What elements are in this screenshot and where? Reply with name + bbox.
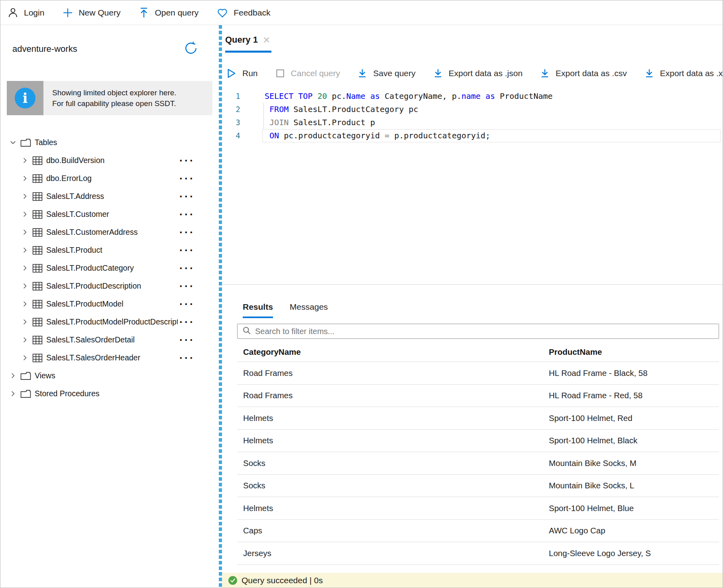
cell-categoryname: Jerseys — [237, 549, 543, 558]
chevron-right-icon[interactable] — [21, 282, 29, 290]
tree-item-table[interactable]: SalesLT.ProductCategory··· — [0, 259, 219, 277]
tree-item-table[interactable]: SalesLT.Address··· — [0, 187, 219, 205]
open-query-button[interactable]: Open query — [139, 7, 198, 18]
refresh-icon[interactable] — [184, 41, 198, 57]
tree-item-table[interactable]: SalesLT.ProductModel··· — [0, 295, 219, 313]
query-toolbar: Run Cancel query Save query Export data … — [222, 60, 723, 87]
code-line-4[interactable]: 4 ON pc.productcategoryid = p.productcat… — [222, 129, 723, 142]
chevron-right-icon[interactable] — [21, 157, 29, 164]
download-icon — [433, 69, 443, 79]
code-text: FROM SalesLT.ProductCategory pc — [265, 103, 418, 116]
tree-item-table[interactable]: dbo.ErrorLog··· — [0, 169, 219, 187]
cell-productname: Long-Sleeve Logo Jersey, S — [543, 549, 719, 558]
more-options-button[interactable]: ··· — [179, 356, 195, 360]
close-icon[interactable]: × — [263, 36, 270, 44]
filter-search-box — [237, 324, 719, 339]
chevron-down-icon[interactable] — [9, 139, 17, 146]
table-row[interactable]: HelmetsSport-100 Helmet, Blue — [237, 497, 719, 520]
open-query-label: Open query — [155, 8, 198, 18]
table-icon — [32, 299, 43, 309]
chevron-right-icon[interactable] — [9, 372, 17, 380]
code-line-1[interactable]: 1SELECT TOP 20 pc.Name as CategoryName, … — [222, 90, 723, 103]
chevron-right-icon[interactable] — [21, 264, 29, 272]
cancel-query-button[interactable]: Cancel query — [275, 69, 340, 78]
line-number: 2 — [222, 103, 254, 116]
export-csv-button[interactable]: Export data as .csv — [540, 69, 627, 79]
code-text: SELECT TOP 20 pc.Name as CategoryName, p… — [265, 90, 553, 103]
table-row[interactable]: CapsAWC Logo Cap — [237, 520, 719, 543]
tree-section-views[interactable]: Views — [0, 367, 219, 385]
chevron-right-icon[interactable] — [9, 390, 17, 397]
more-options-button[interactable]: ··· — [179, 195, 195, 199]
chevron-right-icon[interactable] — [21, 318, 29, 326]
tree-item-table[interactable]: dbo.BuildVersion··· — [0, 151, 219, 169]
table-icon — [32, 210, 43, 219]
more-options-button[interactable]: ··· — [179, 212, 195, 216]
more-options-button[interactable]: ··· — [179, 248, 195, 252]
tree-item-table[interactable]: SalesLT.ProductModelProductDescript··· — [0, 313, 219, 331]
results-panel: Results Messages CategoryName ProductNam… — [222, 285, 723, 588]
code-line-2[interactable]: 2 FROM SalesLT.ProductCategory pc — [222, 103, 723, 116]
tree-item-table[interactable]: SalesLT.SalesOrderHeader··· — [0, 349, 219, 367]
more-options-button[interactable]: ··· — [179, 284, 195, 288]
table-row[interactable]: HelmetsSport-100 Helmet, Red — [237, 407, 719, 430]
feedback-label: Feedback — [234, 8, 270, 18]
tab-results[interactable]: Results — [243, 302, 273, 318]
info-banner-line1: Showing limited object explorer here. — [52, 87, 212, 98]
new-query-button[interactable]: New Query — [63, 8, 120, 18]
cell-productname: HL Road Frame - Red, 58 — [543, 391, 719, 400]
tree-section-tables[interactable]: Tables — [0, 134, 219, 151]
table-row[interactable]: HelmetsSport-100 Helmet, Black — [237, 430, 719, 452]
more-options-button[interactable]: ··· — [179, 159, 195, 163]
panel-divider[interactable] — [219, 25, 222, 588]
search-input[interactable] — [255, 327, 719, 336]
cell-categoryname: Socks — [237, 458, 543, 468]
more-options-button[interactable]: ··· — [179, 230, 195, 234]
chevron-right-icon[interactable] — [21, 336, 29, 344]
more-options-button[interactable]: ··· — [179, 266, 195, 270]
more-options-button[interactable]: ··· — [179, 338, 195, 342]
chevron-right-icon[interactable] — [21, 354, 29, 362]
table-row[interactable]: Road FramesHL Road Frame - Red, 58 — [237, 385, 719, 407]
export-xml-button[interactable]: Export data as .xml — [644, 69, 723, 79]
top-toolbar: Login New Query Open query Feedback — [0, 0, 723, 25]
more-options-button[interactable]: ··· — [179, 177, 195, 181]
more-options-button[interactable]: ··· — [179, 320, 195, 324]
tab-messages[interactable]: Messages — [290, 302, 328, 318]
login-button[interactable]: Login — [8, 7, 44, 18]
run-button[interactable]: Run — [227, 68, 258, 79]
chevron-right-icon[interactable] — [21, 246, 29, 254]
tree-item-label: SalesLT.ProductDescription — [46, 281, 178, 291]
more-options-button[interactable]: ··· — [179, 302, 195, 306]
table-row[interactable]: Road FramesHL Road Frame - Black, 58 — [237, 362, 719, 385]
line-number: 3 — [222, 116, 254, 129]
login-label: Login — [24, 8, 44, 18]
tab-query-1[interactable]: Query 1 × — [225, 35, 271, 53]
table-icon — [32, 264, 43, 273]
export-json-button[interactable]: Export data as .json — [433, 69, 523, 79]
tree-item-table[interactable]: SalesLT.Customer··· — [0, 205, 219, 223]
cell-categoryname: Socks — [237, 481, 543, 490]
table-icon — [32, 353, 43, 363]
tree-item-table[interactable]: SalesLT.ProductDescription··· — [0, 277, 219, 295]
code-line-3[interactable]: 3 JOIN SalesLT.Product p — [222, 116, 723, 129]
object-explorer-sidebar: adventure-works i Showing limited object… — [0, 25, 219, 588]
tree-item-table[interactable]: SalesLT.Product··· — [0, 241, 219, 259]
chevron-right-icon[interactable] — [21, 300, 29, 308]
tree-section-stored-procedures[interactable]: Stored Procedures — [0, 385, 219, 403]
sql-editor[interactable]: 1SELECT TOP 20 pc.Name as CategoryName, … — [222, 87, 723, 284]
table-row[interactable]: SocksMountain Bike Socks, L — [237, 475, 719, 498]
chevron-right-icon[interactable] — [21, 210, 29, 218]
table-icon — [32, 228, 43, 237]
save-query-button[interactable]: Save query — [358, 69, 415, 79]
feedback-button[interactable]: Feedback — [217, 8, 270, 18]
table-row[interactable]: SocksMountain Bike Socks, M — [237, 452, 719, 475]
tree-item-table[interactable]: SalesLT.CustomerAddress··· — [0, 223, 219, 241]
tree-item-label: SalesLT.Address — [46, 192, 178, 201]
tree-item-table[interactable]: SalesLT.SalesOrderDetail··· — [0, 331, 219, 349]
chevron-right-icon[interactable] — [21, 193, 29, 200]
table-row[interactable]: JerseysLong-Sleeve Logo Jersey, S — [237, 542, 719, 565]
chevron-right-icon[interactable] — [21, 228, 29, 236]
chevron-right-icon[interactable] — [21, 175, 29, 182]
cell-categoryname: Helmets — [237, 436, 543, 445]
